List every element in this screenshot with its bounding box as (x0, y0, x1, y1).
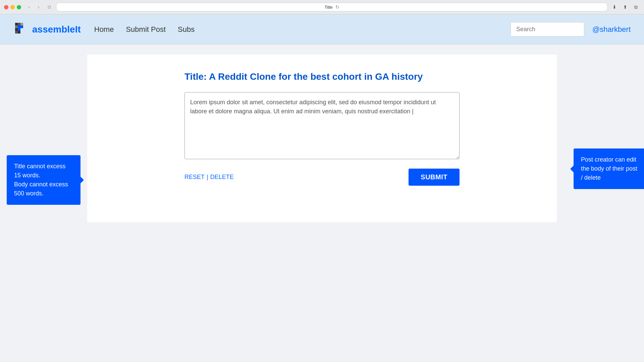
delete-button[interactable]: DELETE (210, 174, 234, 181)
close-dot[interactable] (4, 5, 8, 9)
expand-icon: ⊡ (45, 3, 53, 11)
post-title: Title: A Reddit Clone for the best cohor… (184, 71, 460, 82)
address-bar[interactable]: Title ↻ (56, 3, 608, 11)
left-tooltip: Title cannot excess 15 words. Body canno… (7, 155, 80, 205)
tab-icon[interactable]: ⧉ (632, 3, 640, 11)
reset-button[interactable]: RESET (184, 174, 205, 181)
brand-name: assembleIt (32, 24, 81, 35)
refresh-icon[interactable]: ↻ (335, 4, 339, 10)
svg-rect-8 (15, 31, 18, 34)
svg-rect-1 (18, 23, 20, 25)
nav-home[interactable]: Home (94, 25, 114, 34)
svg-rect-0 (15, 23, 18, 25)
navbar: assembleIt Home Submit Post Subs @sharkb… (0, 14, 644, 45)
submit-button[interactable]: SUBMIT (409, 169, 460, 186)
nav-links: Home Submit Post Subs (94, 25, 511, 34)
svg-rect-2 (15, 25, 18, 28)
minimize-dot[interactable] (10, 5, 15, 9)
nav-subs[interactable]: Subs (178, 25, 195, 34)
nav-submit-post[interactable]: Submit Post (126, 25, 166, 34)
page-wrapper: Title cannot excess 15 words. Body canno… (0, 45, 644, 232)
svg-rect-3 (18, 25, 20, 28)
browser-nav: ‹ › (25, 3, 43, 11)
svg-rect-9 (18, 31, 20, 34)
reset-delete-links: RESET | DELETE (184, 174, 234, 181)
address-text: Title (324, 5, 332, 10)
body-textarea[interactable]: Lorem ipsum dolor sit amet, consectetur … (184, 92, 460, 159)
share-icon[interactable]: ⬆ (621, 3, 629, 11)
svg-rect-7 (18, 28, 20, 31)
download-icon[interactable]: ⬇ (610, 3, 619, 11)
main-content: Title cannot excess 15 words. Body canno… (87, 55, 557, 222)
maximize-dot[interactable] (17, 5, 21, 9)
nav-right: @sharkbert (511, 22, 631, 37)
browser-dots (4, 5, 21, 9)
browser-chrome: ‹ › ⊡ Title ↻ ⬇ ⬆ ⧉ (0, 0, 644, 14)
right-tooltip: Post creator can edit the body of their … (574, 148, 644, 189)
brand: assembleIt (13, 21, 81, 38)
brand-logo-icon (13, 21, 30, 38)
svg-rect-6 (20, 23, 23, 25)
content-wrapper: Title: A Reddit Clone for the best cohor… (184, 71, 460, 186)
forward-arrow-icon[interactable]: › (35, 3, 43, 11)
browser-right-icons: ⬇ ⬆ ⧉ (610, 3, 640, 11)
svg-rect-5 (15, 28, 18, 31)
search-input[interactable] (511, 22, 584, 37)
link-separator: | (207, 174, 208, 181)
back-arrow-icon[interactable]: ‹ (25, 3, 33, 11)
action-row: RESET | DELETE SUBMIT (184, 169, 460, 186)
user-handle: @sharkbert (592, 25, 631, 34)
svg-rect-4 (20, 25, 23, 28)
